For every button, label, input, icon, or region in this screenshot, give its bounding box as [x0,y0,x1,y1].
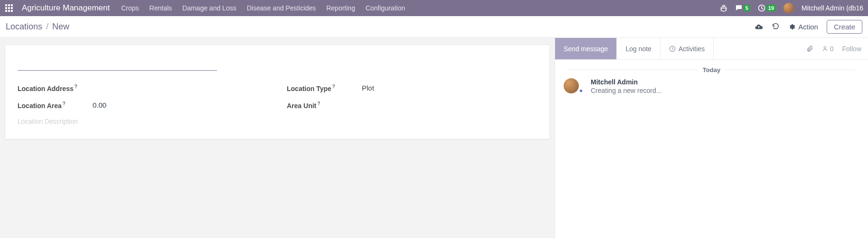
activity-badge: 19 [766,5,776,11]
nav-reporting[interactable]: Reporting [326,4,355,12]
form-sheet: Location Address? Location Area? 0.00 Lo… [5,45,550,139]
svg-point-11 [824,46,826,48]
chatter-message: Mitchell Admin Creating a new record... [564,78,859,94]
followers-count[interactable]: 0 [822,45,834,53]
label-location-address: Location Address? [18,84,93,92]
chatter: Send message Log note Activities 0 Follo… [555,38,868,238]
nav-configuration[interactable]: Configuration [366,4,405,12]
user-icon [822,46,828,52]
label-location-area: Location Area? [18,101,93,110]
help-icon[interactable]: ? [332,84,335,89]
nav-rentals[interactable]: Rentals [150,4,172,12]
svg-rect-6 [5,10,7,12]
systray: 5 19 Mitchell Admin (db16 [720,3,863,13]
bug-icon[interactable] [720,4,727,12]
value-location-type[interactable]: Plot [362,84,374,92]
svg-rect-5 [11,7,13,9]
svg-rect-2 [11,4,13,6]
breadcrumb: Locations / New [6,22,69,32]
avatar[interactable] [564,78,579,93]
tab-log-note[interactable]: Log note [617,38,660,59]
gear-icon [788,23,795,30]
top-navbar: Agriculture Management Crops Rentals Dam… [0,0,868,16]
attachment-icon[interactable] [806,45,813,52]
location-name-input[interactable] [18,55,217,71]
help-icon[interactable]: ? [75,84,77,89]
nav-damage[interactable]: Damage and Loss [182,4,236,12]
message-author: Mitchell Admin [591,78,661,86]
tab-send-message[interactable]: Send message [555,38,617,59]
activity-icon[interactable]: 19 [758,4,776,12]
clock-icon [669,46,676,52]
app-brand[interactable]: Agriculture Management [22,3,110,13]
svg-rect-7 [8,10,10,12]
breadcrumb-root[interactable]: Locations [6,22,42,32]
svg-rect-1 [8,4,10,6]
breadcrumb-current: New [52,22,69,32]
svg-rect-0 [5,4,7,6]
tab-activities[interactable]: Activities [660,38,714,59]
value-location-area[interactable]: 0.00 [93,101,106,109]
svg-rect-4 [8,7,10,9]
nav-disease[interactable]: Disease and Pesticides [247,4,316,12]
action-label: Action [798,23,818,31]
message-body: Creating a new record... [591,87,661,94]
action-dropdown[interactable]: Action [788,23,818,31]
help-icon[interactable]: ? [317,101,320,106]
cloud-upload-icon[interactable] [755,23,763,31]
create-button[interactable]: Create [827,20,862,34]
user-name[interactable]: Mitchell Admin (db16 [802,4,863,12]
apps-icon[interactable] [5,4,13,12]
control-panel: Locations / New Action Create [0,16,868,38]
breadcrumb-separator: / [46,22,48,32]
svg-rect-3 [5,7,7,9]
help-icon[interactable]: ? [63,101,66,106]
presence-indicator [579,89,583,93]
discard-icon[interactable] [772,23,780,31]
nav-menus: Crops Rentals Damage and Loss Disease an… [121,4,405,12]
nav-crops[interactable]: Crops [121,4,139,12]
location-description-placeholder[interactable]: Location Description [18,118,268,125]
avatar[interactable] [783,3,794,13]
label-area-unit: Area Unit? [287,101,362,110]
messaging-icon[interactable]: 5 [735,4,750,12]
svg-rect-8 [11,10,13,12]
chatter-date-separator: Today [564,66,859,73]
label-location-type: Location Type? [287,84,362,92]
messaging-badge: 5 [744,5,750,11]
follow-button[interactable]: Follow [842,45,861,53]
